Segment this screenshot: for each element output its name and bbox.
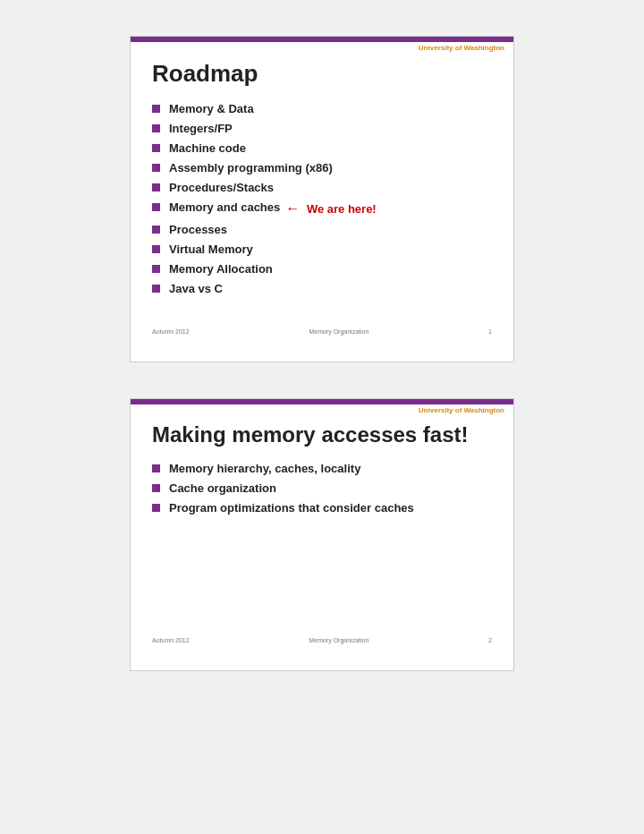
slide-1-bullet-list: Memory & Data Integers/FP Machine code A… xyxy=(152,102,492,295)
list-item: Integers/FP xyxy=(152,122,492,135)
slide-1-footer: Autumn 2012 Memory Organization 1 xyxy=(131,328,513,335)
bullet-icon xyxy=(152,245,160,253)
arrow-icon: ← xyxy=(285,200,300,216)
list-item: Processes xyxy=(152,223,492,236)
bullet-text: Machine code xyxy=(169,141,246,155)
bullet-text: Memory Allocation xyxy=(169,262,273,276)
list-item: Virtual Memory xyxy=(152,243,492,256)
slide-2-footer: Autumn 2012 Memory Organization 2 xyxy=(131,637,513,643)
list-item: Memory hierarchy, caches, locality xyxy=(152,462,492,475)
list-item: Memory & Data xyxy=(152,102,492,115)
bullet-icon xyxy=(152,203,160,211)
bullet-icon xyxy=(152,484,160,492)
footer-left-2: Autumn 2012 xyxy=(152,637,190,643)
bullet-icon xyxy=(152,504,160,512)
bullet-icon xyxy=(152,144,160,152)
slide-2-bullet-list: Memory hierarchy, caches, locality Cache… xyxy=(152,462,492,515)
list-item-highlighted: Memory and caches ← We are here! xyxy=(152,200,492,217)
slide-2: University of Washington Making memory a… xyxy=(130,398,514,671)
slide-2-content: Making memory accesses fast! Memory hier… xyxy=(131,404,513,530)
bullet-text: Memory and caches xyxy=(169,200,280,214)
bullet-icon xyxy=(152,226,160,234)
slide-1: University of Washington Roadmap Memory … xyxy=(130,36,514,362)
we-are-here-text: We are here! xyxy=(307,202,377,216)
bullet-icon xyxy=(152,105,160,113)
footer-right-2: 2 xyxy=(488,637,492,643)
bullet-text: Java vs C xyxy=(169,282,223,295)
university-label-2: University of Washington xyxy=(419,406,504,414)
list-item: Program optimizations that consider cach… xyxy=(152,501,492,515)
bullet-icon xyxy=(152,164,160,172)
bullet-text: Assembly programming (x86) xyxy=(169,161,333,174)
bullet-icon xyxy=(152,464,160,472)
bullet-icon xyxy=(152,285,160,293)
footer-right-1: 1 xyxy=(488,328,492,335)
bullet-text: Memory hierarchy, caches, locality xyxy=(169,462,360,475)
bullet-text: Integers/FP xyxy=(169,122,233,135)
bullet-text: Procedures/Stacks xyxy=(169,181,274,194)
list-item: Memory Allocation xyxy=(152,262,492,276)
slide-1-content: Roadmap Memory & Data Integers/FP Machin… xyxy=(131,42,513,311)
bullet-text: Virtual Memory xyxy=(169,243,253,256)
bullet-text: Processes xyxy=(169,223,227,236)
slide-2-title: Making memory accesses fast! xyxy=(152,422,492,447)
footer-center-2: Memory Organization xyxy=(309,637,369,643)
footer-center-1: Memory Organization xyxy=(309,328,369,335)
list-item: Java vs C xyxy=(152,282,492,295)
bullet-icon xyxy=(152,183,160,191)
bullet-icon xyxy=(152,265,160,273)
university-label-1: University of Washington xyxy=(419,44,504,52)
we-are-here-label: ← We are here! xyxy=(285,200,376,217)
bullet-text: Cache organization xyxy=(169,481,276,495)
list-item: Assembly programming (x86) xyxy=(152,161,492,174)
bullet-text: Program optimizations that consider cach… xyxy=(169,501,414,515)
bullet-icon xyxy=(152,124,160,132)
list-item: Cache organization xyxy=(152,481,492,495)
bullet-text: Memory & Data xyxy=(169,102,254,115)
list-item: Procedures/Stacks xyxy=(152,181,492,194)
slide-1-title: Roadmap xyxy=(152,60,492,88)
footer-left-1: Autumn 2012 xyxy=(152,328,190,335)
list-item: Machine code xyxy=(152,141,492,155)
